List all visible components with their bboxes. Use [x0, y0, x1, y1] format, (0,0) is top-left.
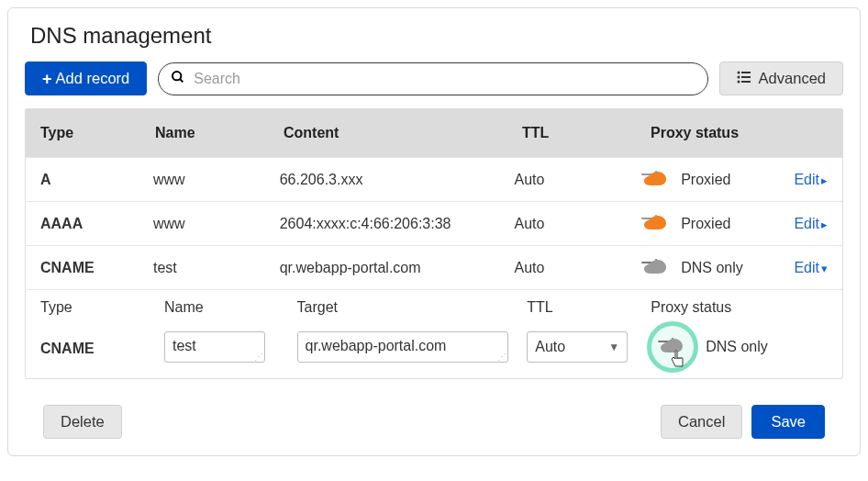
- proxy-toggle-highlight: [647, 321, 698, 373]
- col-ttl: TTL: [522, 125, 651, 141]
- footer: Delete Cancel Save: [25, 405, 843, 439]
- advanced-label: Advanced: [759, 70, 826, 87]
- save-button[interactable]: Save: [751, 405, 825, 439]
- cell-ttl: Auto: [514, 216, 640, 232]
- cell-name: test: [153, 260, 280, 276]
- resize-grip-icon: ⋰: [497, 354, 506, 360]
- table-row: A www 66.206.3.xxx Auto Proxied Edit▸: [26, 157, 842, 201]
- plus-icon: +: [42, 71, 52, 87]
- col-proxy: Proxy status: [651, 125, 807, 141]
- col-name: Name: [155, 125, 284, 141]
- cell-type: AAAA: [40, 216, 153, 232]
- edit-row: Type Name Target TTL Proxy status CNAME …: [26, 289, 842, 378]
- edit-link[interactable]: Edit▸: [794, 216, 828, 232]
- cell-ttl: Auto: [514, 172, 640, 188]
- records-table: Type Name Content TTL Proxy status A www…: [25, 108, 843, 379]
- cell-content: 2604:xxxx:c:4:66:206:3:38: [280, 216, 515, 232]
- cancel-button[interactable]: Cancel: [661, 405, 742, 439]
- edit-labels: Type Name Target TTL Proxy status: [40, 299, 828, 316]
- name-input[interactable]: test ⋰: [164, 331, 265, 363]
- cell-proxy: DNS only: [640, 257, 794, 279]
- svg-rect-5: [741, 76, 751, 78]
- chevron-right-icon: ▸: [821, 218, 828, 231]
- cell-proxy: Proxied: [640, 169, 794, 191]
- cell-name: www: [153, 172, 280, 188]
- chevron-down-icon: ▾: [821, 262, 828, 275]
- table-row: CNAME test qr.webapp-portal.com Auto DNS…: [26, 245, 842, 289]
- cell-type: A: [40, 172, 153, 188]
- search-input[interactable]: [158, 62, 707, 95]
- cloud-proxied-icon: [640, 213, 672, 235]
- edit-link[interactable]: Edit▸: [794, 172, 828, 188]
- cell-ttl: Auto: [514, 260, 640, 276]
- edit-link[interactable]: Edit▾: [794, 260, 828, 276]
- add-record-button[interactable]: +Add record: [25, 62, 147, 95]
- toolbar: +Add record Advanced: [25, 62, 843, 95]
- cell-type: CNAME: [40, 260, 153, 276]
- caret-down-icon: ▼: [608, 341, 619, 353]
- edit-label-type: Type: [40, 299, 164, 316]
- edit-label-ttl: TTL: [527, 299, 651, 316]
- add-record-label: Add record: [56, 70, 130, 87]
- page-title: DNS management: [30, 23, 843, 49]
- edit-proxy-label: DNS only: [706, 339, 768, 355]
- cloud-dnsonly-icon: [640, 257, 672, 279]
- resize-grip-icon: ⋰: [254, 354, 262, 360]
- table-header: Type Name Content TTL Proxy status: [26, 109, 842, 157]
- edit-type-value: CNAME: [40, 341, 164, 357]
- cell-name: www: [153, 216, 280, 232]
- svg-point-4: [737, 76, 740, 79]
- col-type: Type: [40, 125, 155, 141]
- svg-rect-7: [741, 81, 751, 83]
- edit-label-target: Target: [297, 299, 528, 316]
- svg-point-0: [172, 72, 181, 80]
- svg-point-2: [737, 72, 740, 74]
- cell-proxy: Proxied: [640, 213, 794, 235]
- chevron-right-icon: ▸: [821, 173, 828, 187]
- ttl-select[interactable]: Auto ▼: [527, 331, 628, 363]
- cursor-hand-icon: [670, 350, 686, 372]
- search-icon: [171, 70, 185, 88]
- edit-fields: CNAME test ⋰ qr.webapp-portal.com ⋰ Auto: [40, 321, 828, 373]
- list-icon: [737, 70, 751, 87]
- target-input[interactable]: qr.webapp-portal.com ⋰: [297, 331, 508, 363]
- table-row: AAAA www 2604:xxxx:c:4:66:206:3:38 Auto …: [26, 201, 842, 245]
- cell-content: qr.webapp-portal.com: [280, 260, 515, 276]
- cloud-proxied-icon: [640, 169, 672, 191]
- search-wrap: [158, 62, 707, 95]
- cell-content: 66.206.3.xxx: [280, 172, 515, 188]
- edit-label-proxy: Proxy status: [651, 299, 828, 316]
- col-content: Content: [284, 125, 522, 141]
- dns-panel: DNS management +Add record Advanced Type…: [7, 7, 861, 456]
- advanced-button[interactable]: Advanced: [719, 62, 843, 95]
- svg-point-6: [737, 81, 740, 84]
- delete-button[interactable]: Delete: [43, 405, 122, 439]
- edit-label-name: Name: [164, 299, 297, 316]
- svg-line-1: [180, 79, 183, 82]
- svg-rect-3: [741, 72, 751, 73]
